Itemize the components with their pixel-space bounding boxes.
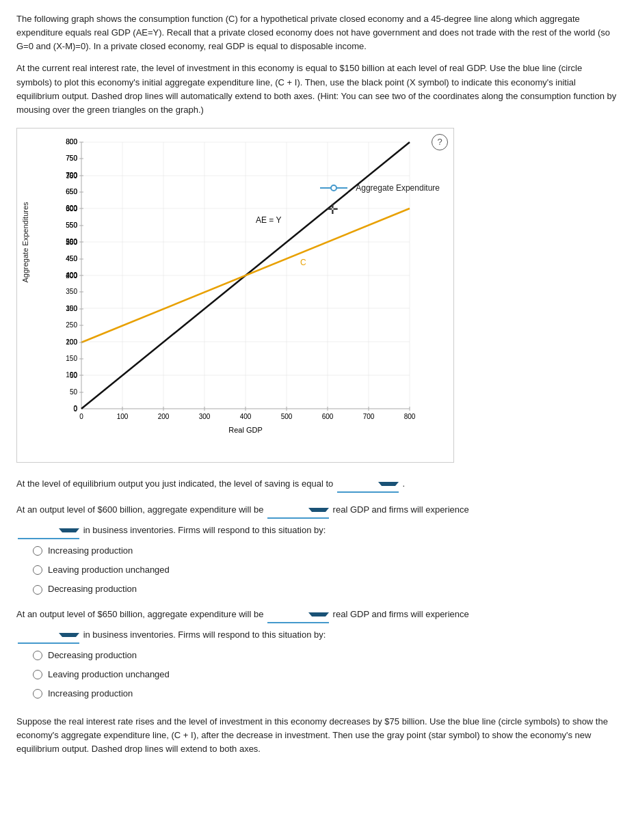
svg-text:350: 350 xyxy=(66,288,77,295)
q3-radio-circle-2[interactable] xyxy=(33,689,42,699)
svg-text:500: 500 xyxy=(66,238,77,245)
chart-svg: 0 50 100 150 200 250 300 350 400 450 500… xyxy=(47,135,423,443)
q3-radio-circle-0[interactable] xyxy=(33,651,42,660)
q3-radio-item-1[interactable]: Leaving production unchanged xyxy=(33,667,620,682)
crosshair-icon: ✛ xyxy=(327,202,339,217)
q2-radio-circle-0[interactable] xyxy=(33,546,42,556)
q2-radio-item-0[interactable]: Increasing production xyxy=(33,543,620,558)
q3-dropdown1-value xyxy=(267,607,313,622)
q2-radio-label-2: Decreasing production xyxy=(48,582,137,597)
q2-radio-circle-2[interactable] xyxy=(33,585,42,595)
svg-text:250: 250 xyxy=(66,321,77,329)
q2-radio-item-1[interactable]: Leaving production unchanged xyxy=(33,563,620,578)
q3-text3: in business inventories. Firms will resp… xyxy=(83,629,326,640)
q2-text2: real GDP and firms will experience xyxy=(333,504,469,515)
q3-text2: real GDP and firms will experience xyxy=(333,609,469,619)
svg-text:450: 450 xyxy=(66,255,77,262)
svg-text:400: 400 xyxy=(66,271,77,279)
q2-dropdown2[interactable] xyxy=(18,523,79,539)
graph-container: ? Aggregate Expenditures xyxy=(16,128,454,463)
q3-dropdown1-arrow[interactable] xyxy=(308,612,329,617)
q2-text3: in business inventories. Firms will resp… xyxy=(83,525,326,535)
svg-text:600: 600 xyxy=(66,204,77,212)
svg-text:700: 700 xyxy=(363,413,375,420)
intro-para2: At the current real interest rate, the l… xyxy=(16,62,620,117)
svg-text:200: 200 xyxy=(158,413,170,420)
q2-dropdown1[interactable] xyxy=(267,502,329,519)
q2-dropdown2-arrow[interactable] xyxy=(59,528,79,532)
q2-radio-label-0: Increasing production xyxy=(48,543,133,558)
svg-text:300: 300 xyxy=(199,413,211,420)
svg-text:550: 550 xyxy=(66,221,77,229)
question-2: At an output level of $600 billion, aggr… xyxy=(16,502,620,597)
svg-text:0: 0 xyxy=(73,405,77,412)
graph-legend: Aggregate Expenditure ✛ xyxy=(320,183,440,217)
last-paragraph: Suppose the real interest rate rises and… xyxy=(16,715,620,756)
svg-text:700: 700 xyxy=(66,172,77,179)
svg-text:0: 0 xyxy=(79,413,83,420)
svg-text:500: 500 xyxy=(281,413,293,420)
svg-text:100: 100 xyxy=(66,371,77,379)
q3-radio-label-1: Leaving production unchanged xyxy=(48,667,170,682)
q3-radio-group: Decreasing production Leaving production… xyxy=(33,648,620,701)
q2-radio-item-2[interactable]: Decreasing production xyxy=(33,582,620,597)
svg-text:400: 400 xyxy=(240,413,252,420)
intro-para1: The following graph shows the consumptio… xyxy=(16,12,620,53)
q3-dropdown2-value xyxy=(18,627,64,642)
q3-radio-label-0: Decreasing production xyxy=(48,648,137,663)
q3-radio-label-2: Increasing production xyxy=(48,686,133,701)
q3-text1: At an output level of $650 billion, aggr… xyxy=(16,609,263,619)
legend-circle xyxy=(330,185,337,191)
q1-dropdown-value xyxy=(337,476,373,491)
legend-blue-line xyxy=(320,187,347,189)
q3-dropdown2[interactable] xyxy=(18,627,79,644)
svg-text:800: 800 xyxy=(66,138,77,146)
svg-text:50: 50 xyxy=(70,388,78,396)
x-axis-label: Real GDP xyxy=(228,426,263,434)
svg-text:100: 100 xyxy=(117,413,129,420)
q2-text1: At an output level of $600 billion, aggr… xyxy=(16,504,263,515)
svg-text:200: 200 xyxy=(66,338,77,346)
q2-radio-label-1: Leaving production unchanged xyxy=(48,563,170,578)
q2-dropdown1-arrow[interactable] xyxy=(308,508,329,512)
y-axis-label: Aggregate Expenditures xyxy=(21,275,29,282)
svg-text:650: 650 xyxy=(66,188,77,195)
q2-dropdown2-value xyxy=(18,523,64,538)
q3-radio-item-0[interactable]: Decreasing production xyxy=(33,648,620,663)
q2-radio-circle-1[interactable] xyxy=(33,565,42,575)
ae-label: AE = Y xyxy=(256,215,281,225)
question-3: At an output level of $650 billion, aggr… xyxy=(16,607,620,701)
svg-text:300: 300 xyxy=(66,305,77,312)
help-button[interactable]: ? xyxy=(432,134,448,150)
svg-text:150: 150 xyxy=(66,355,77,362)
svg-text:750: 750 xyxy=(66,154,77,162)
c-label: C xyxy=(300,258,306,267)
q2-dropdown1-value xyxy=(267,502,313,517)
svg-text:800: 800 xyxy=(404,413,416,420)
q3-dropdown1[interactable] xyxy=(267,607,329,623)
q1-text-before: At the level of equilibrium output you j… xyxy=(16,478,333,489)
q1-text-after: . xyxy=(402,478,405,489)
q3-radio-item-2[interactable]: Increasing production xyxy=(33,686,620,701)
q3-dropdown2-arrow[interactable] xyxy=(59,633,79,637)
q1-dropdown-arrow[interactable] xyxy=(378,482,399,486)
q3-radio-circle-1[interactable] xyxy=(33,670,42,679)
q2-radio-group: Increasing production Leaving production… xyxy=(33,543,620,597)
question-1: At the level of equilibrium output you j… xyxy=(16,476,620,493)
legend-label: Aggregate Expenditure xyxy=(356,183,440,193)
svg-text:600: 600 xyxy=(322,413,334,420)
q1-dropdown[interactable] xyxy=(337,476,399,493)
